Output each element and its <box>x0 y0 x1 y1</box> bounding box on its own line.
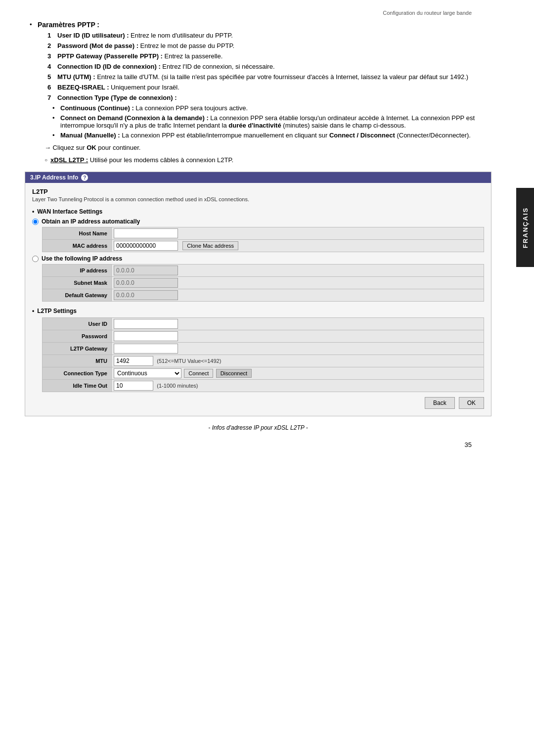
table-row: MAC address Clone Mac address <box>43 240 484 252</box>
password-value-cell <box>112 330 484 343</box>
host-name-label: Host Name <box>43 227 112 240</box>
language-side-tab: FRANÇAIS <box>516 188 534 267</box>
password-label: Password <box>43 330 112 343</box>
idle-timeout-input[interactable] <box>114 381 153 391</box>
radio-manual-ip[interactable]: Use the following IP address <box>32 255 484 262</box>
table-row: L2TP Gateway <box>43 343 484 355</box>
subnet-mask-value-cell <box>112 277 484 289</box>
subnet-mask-input[interactable] <box>114 278 178 288</box>
table-row: Password <box>43 330 484 343</box>
ip-address-panel: 3.IP Address Info ? L2TP Layer Two Tunne… <box>25 172 491 416</box>
wan-section-label: • WAN Interface Settings <box>32 208 484 215</box>
panel-caption: - Infos d'adresse IP pour xDSL L2TP - <box>25 424 491 431</box>
subnet-mask-label: Subnet Mask <box>43 277 112 289</box>
ok-button[interactable]: OK <box>459 397 484 409</box>
connection-type-value-cell: Continuous Connect on Demand Manual Conn… <box>112 367 484 380</box>
idle-timeout-value-cell: (1-1000 minutes) <box>112 380 484 392</box>
l2tp-gateway-input[interactable] <box>114 344 178 354</box>
connect-button[interactable]: Connect <box>184 369 213 378</box>
panel-header: 3.IP Address Info ? <box>25 172 491 183</box>
table-row: IP address <box>43 265 484 277</box>
back-button[interactable]: Back <box>425 397 455 409</box>
list-item: 5 MTU (UTM) : Entrez la taille d'UTM. (s… <box>45 73 491 81</box>
mtu-input[interactable] <box>114 356 153 366</box>
protocol-name: L2TP <box>32 188 484 195</box>
page-number: 35 <box>25 441 491 448</box>
side-tab-label: FRANÇAIS <box>522 207 529 248</box>
ip-address-label: IP address <box>43 265 112 277</box>
list-item: Manual (Manuelle) : La connexion PPP est… <box>52 132 491 139</box>
table-row: Host Name <box>43 227 484 240</box>
l2tp-gateway-value-cell <box>112 343 484 355</box>
table-row: Default Gateway <box>43 289 484 302</box>
user-id-label: User ID <box>43 318 112 330</box>
pptp-title: Paramètres PPTP : <box>38 21 99 29</box>
disconnect-button[interactable]: Disconnect <box>216 369 252 378</box>
password-input[interactable] <box>114 331 178 341</box>
list-item: Continuous (Continue) : La connexion PPP… <box>52 104 491 112</box>
host-name-input[interactable] <box>114 228 178 238</box>
idle-timeout-hint: (1-1000 minutes) <box>157 383 198 389</box>
wan-fields-table: Host Name MAC address Clone Mac address <box>42 227 484 252</box>
list-item: 3 PPTP Gateway (Passerelle PPTP) : Entre… <box>45 52 491 60</box>
list-item: 7 Connection Type (Type de connexion) : <box>45 94 491 101</box>
static-ip-table: IP address Subnet Mask Default Gateway <box>42 264 484 302</box>
connection-type-label: Connection Type <box>43 367 112 380</box>
panel-buttons: Back OK <box>32 397 484 409</box>
idle-timeout-label: Idle Time Out <box>43 380 112 392</box>
table-row: Idle Time Out (1-1000 minutes) <box>43 380 484 392</box>
default-gateway-value-cell <box>112 289 484 302</box>
ip-address-input[interactable] <box>114 266 178 275</box>
list-item: 4 Connection ID (ID de connexion) : Entr… <box>45 63 491 70</box>
table-row: MTU (512<=MTU Value<=1492) <box>43 355 484 367</box>
user-id-input[interactable] <box>114 319 178 329</box>
page-header: Configuration du routeur large bande <box>25 10 491 16</box>
mac-address-label: MAC address <box>43 240 112 252</box>
mtu-label: MTU <box>43 355 112 367</box>
l2tp-fields-table: User ID Password L2TP Gateway <box>42 317 484 392</box>
mac-address-value-cell: Clone Mac address <box>112 240 484 252</box>
default-gateway-label: Default Gateway <box>43 289 112 302</box>
user-id-value-cell <box>112 318 484 330</box>
host-name-value-cell <box>112 227 484 240</box>
connection-type-select[interactable]: Continuous Connect on Demand Manual <box>114 368 181 378</box>
radio-manual-label: Use the following IP address <box>42 255 122 262</box>
list-item: 2 Password (Mot de passe) : Entrez le mo… <box>45 42 491 49</box>
list-item: Connect on Demand (Connexion à la demand… <box>52 114 491 129</box>
radio-auto-ip[interactable]: Obtain an IP address automatically <box>32 218 484 225</box>
info-icon: ? <box>81 174 88 181</box>
l2tp-gateway-label: L2TP Gateway <box>43 343 112 355</box>
table-row: User ID <box>43 318 484 330</box>
ok-instruction: → Cliquez sur OK pour continuer. <box>44 144 491 151</box>
ip-address-value-cell <box>112 265 484 277</box>
l2tp-section-label: • L2TP Settings <box>32 308 484 314</box>
protocol-desc: Layer Two Tunneling Protocol is a common… <box>32 196 484 202</box>
radio-manual-input[interactable] <box>32 256 39 262</box>
mtu-value-cell: (512<=MTU Value<=1492) <box>112 355 484 367</box>
table-row: Connection Type Continuous Connect on De… <box>43 367 484 380</box>
header-title: Configuration du routeur large bande <box>383 10 472 16</box>
table-row: Subnet Mask <box>43 277 484 289</box>
radio-auto-label: Obtain an IP address automatically <box>42 218 140 225</box>
clone-mac-button[interactable]: Clone Mac address <box>182 241 238 250</box>
radio-auto-input[interactable] <box>32 219 39 225</box>
xdsl-intro: ○ xDSL L2TP : Utilisé pour les modems câ… <box>44 156 491 164</box>
list-item: 1 User ID (ID utilisateur) : Entrez le n… <box>45 32 491 39</box>
panel-header-title: 3.IP Address Info <box>30 174 78 181</box>
default-gateway-input[interactable] <box>114 290 178 300</box>
mtu-hint: (512<=MTU Value<=1492) <box>157 358 221 364</box>
mac-address-input[interactable] <box>114 241 178 251</box>
list-item: 6 BEZEQ-ISRAEL : Uniquement pour Israël. <box>45 84 491 91</box>
